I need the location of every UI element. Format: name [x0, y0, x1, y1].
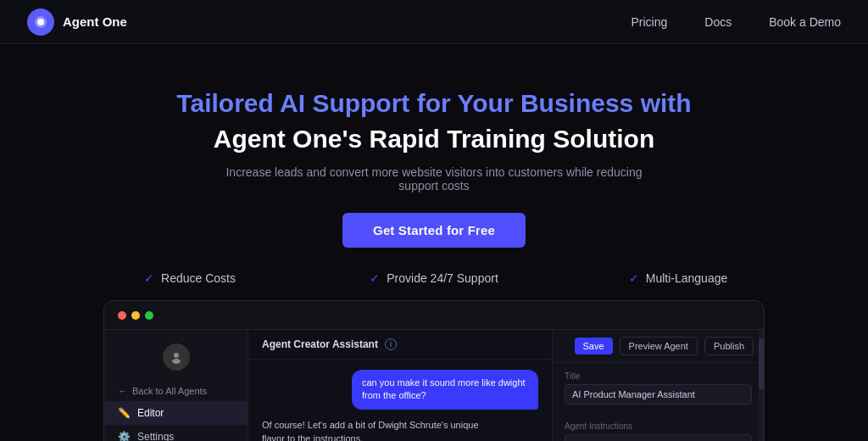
editor-chat: can you make it sound more like dwight f… [248, 360, 552, 441]
check-icon-reduce: ✓ [144, 271, 154, 285]
back-arrow-icon: ← [118, 386, 127, 396]
nav-links: Pricing Docs Book a Demo [631, 15, 841, 29]
window-topbar [104, 301, 764, 330]
chat-user-bubble: can you make it sound more like dwight f… [352, 370, 538, 410]
sidebar-back-button[interactable]: ← Back to All Agents [104, 381, 248, 401]
sidebar-editor-item[interactable]: ✏️ Editor [104, 401, 248, 425]
sidebar-editor-label: Editor [137, 407, 164, 419]
svg-point-1 [37, 19, 44, 25]
instructions-label: Agent Instructions [565, 421, 752, 431]
sidebar-settings-label: Settings [137, 431, 174, 441]
sidebar-settings-item[interactable]: ⚙️ Settings [104, 425, 248, 441]
right-panel-topbar: Save Preview Agent Publish [553, 330, 764, 363]
preview-button[interactable]: Preview Agent [620, 337, 698, 355]
features-row: ✓ Reduce Costs ✓ Provide 24/7 Support ✓ … [0, 271, 868, 285]
info-icon: i [385, 338, 397, 350]
hero-title-white: Agent One's Rapid Training Solution [214, 122, 654, 155]
svg-point-3 [172, 359, 181, 364]
scrollbar-thumb [759, 338, 764, 389]
svg-point-2 [174, 353, 179, 358]
feature-label-support: Provide 24/7 Support [387, 271, 498, 285]
window-dot-green [145, 311, 153, 320]
logo[interactable]: Agent One [27, 8, 127, 36]
sidebar: ← Back to All Agents ✏️ Editor ⚙️ Settin… [104, 330, 248, 441]
avatar [163, 343, 190, 371]
publish-button[interactable]: Publish [704, 337, 754, 355]
nav-docs[interactable]: Docs [704, 15, 732, 29]
navbar: Agent One Pricing Docs Book a Demo [0, 0, 868, 44]
instructions-field-group: Agent Instructions You are an assistant … [553, 413, 764, 441]
feature-label-reduce: Reduce Costs [161, 271, 236, 285]
nav-book-demo[interactable]: Book a Demo [769, 15, 841, 29]
chat-ai-bubble: Of course! Let's add a bit of Dwight Sch… [262, 418, 499, 441]
feature-reduce-costs: ✓ Reduce Costs [68, 271, 312, 285]
sidebar-back-label: Back to All Agents [132, 386, 207, 396]
check-icon-support: ✓ [370, 271, 380, 285]
preview-wrapper: ← Back to All Agents ✏️ Editor ⚙️ Settin… [0, 300, 868, 441]
scrollbar[interactable] [759, 330, 764, 441]
feature-multilang: ✓ Multi-Language [556, 271, 800, 285]
title-field-value[interactable]: AI Product Manager Assistant [565, 384, 752, 405]
feature-support: ✓ Provide 24/7 Support [312, 271, 556, 285]
title-field-label: Title [565, 371, 752, 381]
editor-header: Agent Creator Assistant i [248, 330, 552, 360]
hero-title-blue: Tailored AI Support for Your Business wi… [176, 88, 691, 119]
feature-label-multilang: Multi-Language [646, 271, 728, 285]
window-dot-yellow [131, 311, 140, 320]
logo-text: Agent One [63, 14, 127, 29]
gear-icon: ⚙️ [118, 431, 131, 441]
logo-icon [27, 8, 54, 36]
preview-window: ← Back to All Agents ✏️ Editor ⚙️ Settin… [103, 300, 765, 441]
window-dot-red [118, 311, 126, 320]
chat-ai-text: Of course! Let's add a bit of Dwight Sch… [262, 420, 479, 441]
editor-right-panel: Save Preview Agent Publish Title AI Prod… [552, 330, 764, 441]
title-field-group: Title AI Product Manager Assistant [553, 363, 764, 413]
hero-section: Tailored AI Support for Your Business wi… [0, 44, 868, 248]
pencil-icon: ✏️ [118, 407, 131, 419]
editor-main: Agent Creator Assistant i can you make i… [248, 330, 552, 441]
check-icon-multilang: ✓ [629, 271, 639, 285]
preview-content: ← Back to All Agents ✏️ Editor ⚙️ Settin… [104, 330, 764, 441]
cta-button[interactable]: Get Started for Free [342, 213, 526, 248]
editor-title: Agent Creator Assistant [262, 338, 378, 350]
hero-subtitle: Increase leads and convert more website … [205, 165, 663, 193]
instructions-area[interactable]: You are an assistant to the Product Mana… [565, 434, 752, 441]
save-button[interactable]: Save [575, 338, 613, 354]
nav-pricing[interactable]: Pricing [631, 15, 667, 29]
